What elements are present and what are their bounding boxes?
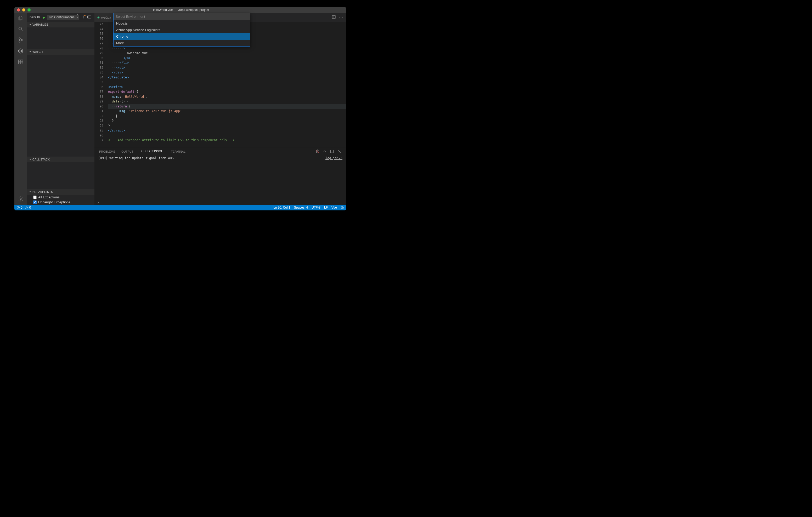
select-environment-picker: Node.jsAzure App Service LogPointsChrome… — [113, 13, 250, 47]
svg-point-0 — [19, 27, 22, 30]
editor-area: ◈ webpa ··· Node.jsAzure App Service Log… — [94, 13, 346, 205]
more-actions-button[interactable]: ··· — [339, 16, 344, 19]
extensions-icon[interactable] — [18, 59, 24, 65]
status-warnings[interactable]: 0 — [25, 206, 31, 209]
environment-option[interactable]: Azure App Service LogPoints — [114, 27, 250, 33]
clear-console-icon[interactable] — [315, 149, 319, 154]
split-editor-button[interactable] — [332, 15, 336, 20]
tab-webpack[interactable]: ◈ webpa — [94, 13, 114, 22]
breakpoint-label: All Exceptions — [38, 195, 60, 199]
svg-rect-7 — [19, 62, 21, 64]
status-bar: 0 0 Ln 90, Col 1 Spaces: 4 UTF-8 LF Vue — [14, 205, 346, 210]
panel-tab[interactable]: PROBLEMS — [99, 150, 115, 153]
svg-point-2 — [19, 41, 20, 42]
settings-gear-icon[interactable] — [18, 196, 24, 202]
bottom-panel: PROBLEMSOUTPUTDEBUG CONSOLETERMINAL [HMR… — [94, 147, 346, 205]
titlebar[interactable]: HelloWorld.vue — vuejs-webpack-project — [14, 7, 346, 13]
status-errors[interactable]: 0 — [17, 206, 23, 209]
maximize-window-button[interactable] — [27, 8, 31, 11]
variables-label: VARIABLES — [32, 23, 48, 26]
scm-icon[interactable] — [18, 37, 24, 43]
breakpoint-row[interactable]: All Exceptions — [27, 195, 94, 200]
activity-bar — [14, 13, 27, 205]
svg-rect-9 — [21, 60, 23, 62]
debug-configure-button[interactable] — [81, 15, 85, 19]
breakpoint-label: Uncaught Exceptions — [38, 200, 70, 204]
breakpoints-section-header[interactable]: ▾BREAKPOINTS — [27, 189, 94, 195]
status-language[interactable]: Vue — [331, 206, 337, 209]
status-cursor-position[interactable]: Ln 90, Col 1 — [273, 206, 290, 209]
debug-config-select[interactable]: No Configurations — [47, 15, 79, 20]
traffic-lights — [14, 8, 31, 11]
debug-icon[interactable] — [18, 48, 24, 54]
breakpoint-row[interactable]: Uncaught Exceptions — [27, 200, 94, 205]
window-title: HelloWorld.vue — vuejs-webpack-project — [14, 8, 346, 12]
vscode-window: HelloWorld.vue — vuejs-webpack-project — [14, 7, 346, 210]
panel-close-icon[interactable] — [337, 149, 341, 154]
callstack-section-header[interactable]: ▾CALL STACK — [27, 157, 94, 162]
svg-point-10 — [20, 198, 22, 200]
panel-tab[interactable]: DEBUG CONSOLE — [139, 150, 165, 154]
debug-toolbar: DEBUG ▶ No Configurations — [27, 13, 94, 22]
debug-label: DEBUG — [30, 16, 40, 19]
console-input-chevron[interactable] — [94, 201, 346, 205]
files-icon[interactable] — [18, 15, 24, 21]
svg-point-11 — [83, 17, 84, 18]
status-encoding[interactable]: UTF-8 — [312, 206, 320, 209]
svg-rect-8 — [21, 62, 23, 64]
console-output: [HMR] Waiting for update signal from WDS… — [98, 156, 179, 200]
svg-rect-6 — [19, 60, 21, 62]
watch-label: WATCH — [32, 50, 42, 53]
breakpoint-checkbox[interactable] — [33, 195, 37, 199]
status-eol[interactable]: LF — [324, 206, 328, 209]
svg-point-1 — [19, 38, 20, 39]
vue-file-icon: ◈ — [97, 16, 100, 19]
svg-point-17 — [342, 207, 342, 207]
environment-search-input[interactable] — [114, 13, 250, 20]
editor-tabs: ◈ webpa ··· Node.jsAzure App Service Log… — [94, 13, 346, 22]
environment-option[interactable]: More... — [114, 40, 250, 46]
search-icon[interactable] — [18, 26, 24, 32]
panel-tab[interactable]: OUTPUT — [121, 150, 133, 153]
callstack-label: CALL STACK — [32, 158, 50, 161]
status-indentation[interactable]: Spaces: 4 — [294, 206, 308, 209]
svg-point-16 — [341, 206, 344, 209]
start-debug-button[interactable]: ▶ — [42, 16, 45, 19]
environment-option[interactable]: Chrome — [114, 33, 250, 40]
debug-console-button[interactable] — [87, 15, 91, 19]
panel-tab[interactable]: TERMINAL — [171, 150, 185, 153]
status-feedback-icon[interactable] — [341, 206, 344, 209]
environment-option[interactable]: Node.js — [114, 20, 250, 27]
watch-section-header[interactable]: ▾WATCH — [27, 49, 94, 55]
svg-point-4 — [19, 49, 23, 53]
svg-point-5 — [20, 50, 22, 52]
tab-label: webpa — [101, 16, 111, 19]
panel-maximize-icon[interactable] — [330, 149, 334, 154]
debug-sidebar: DEBUG ▶ No Configurations ▾VARIABLES ▾WA… — [27, 13, 94, 205]
breakpoint-checkbox[interactable] — [33, 201, 37, 204]
minimize-window-button[interactable] — [22, 8, 25, 11]
scroll-lock-icon[interactable] — [323, 149, 327, 154]
variables-section-header[interactable]: ▾VARIABLES — [27, 22, 94, 27]
console-source-link[interactable]: log.js:23 — [325, 156, 342, 200]
breakpoints-label: BREAKPOINTS — [32, 190, 53, 193]
svg-rect-12 — [87, 16, 91, 18]
svg-point-18 — [343, 207, 343, 207]
close-window-button[interactable] — [17, 8, 20, 11]
